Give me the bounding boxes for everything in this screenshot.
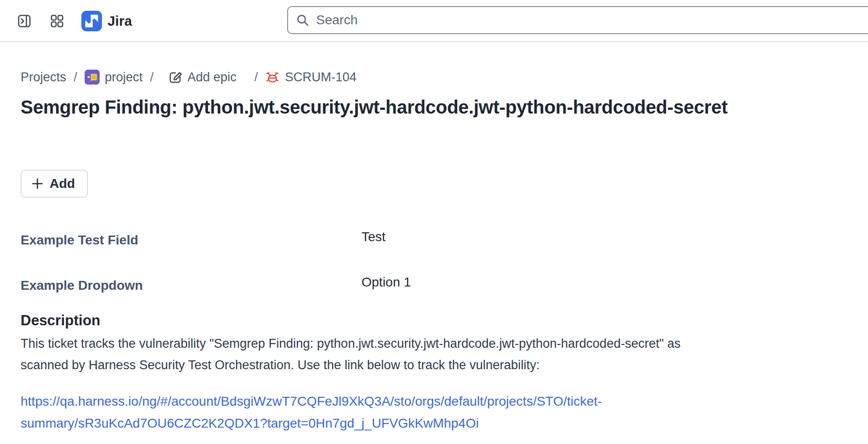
global-search[interactable] (287, 6, 868, 34)
expand-sidebar-icon (17, 14, 32, 29)
breadcrumb-separator: / (150, 70, 154, 85)
app-switcher-button[interactable] (49, 13, 65, 29)
field-label-example-test-field: Example Test Field (21, 233, 138, 248)
jira-logo[interactable] (81, 11, 102, 31)
breadcrumb-issue-key: SCRUM-104 (285, 70, 356, 85)
description-heading: Description (21, 312, 101, 329)
field-label-example-dropdown: Example Dropdown (21, 278, 143, 293)
app-grid-icon (50, 14, 64, 28)
search-input[interactable] (316, 13, 868, 28)
add-button-label: Add (50, 176, 75, 191)
breadcrumb-projects[interactable]: Projects (21, 70, 66, 85)
search-icon (296, 13, 310, 27)
vulnerability-link[interactable]: https://qa.harness.io/ng/#/account/Bdsgi… (21, 390, 724, 434)
expand-sidebar-button[interactable] (16, 13, 33, 29)
breadcrumb: Projects / project / Add epic / (21, 67, 356, 87)
breadcrumb-project-label: project (105, 70, 143, 85)
breadcrumb-add-epic-label: Add epic (188, 70, 237, 85)
project-avatar-icon (85, 70, 100, 85)
breadcrumb-issue[interactable]: SCRUM-104 (265, 70, 356, 85)
breadcrumb-separator: / (74, 70, 78, 85)
description-body: This ticket tracks the vulnerability "Se… (21, 333, 724, 376)
add-button[interactable]: Add (21, 170, 88, 198)
edit-epic-icon (168, 70, 182, 85)
bug-icon (265, 70, 280, 85)
top-navigation-bar: Jira (0, 0, 868, 42)
field-value-example-dropdown[interactable]: Option 1 (362, 275, 411, 290)
field-value-example-test-field[interactable]: Test (362, 229, 385, 244)
breadcrumb-add-epic[interactable]: Add epic (168, 70, 237, 85)
issue-title: Semgrep Finding: python.jwt.security.jwt… (21, 94, 731, 120)
plus-icon (31, 177, 44, 190)
app-title: Jira (108, 0, 132, 42)
breadcrumb-project[interactable]: project (85, 70, 143, 85)
breadcrumb-separator: / (254, 70, 258, 85)
